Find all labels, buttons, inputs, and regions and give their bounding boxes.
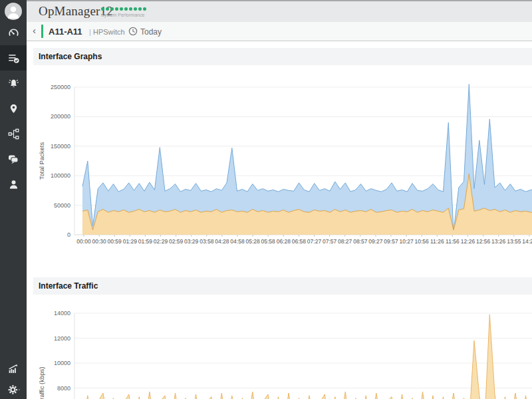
svg-text:05:58: 05:58 xyxy=(261,238,276,245)
interface-graphs-chart[interactable]: 05000010000015000020000025000000:0000:30… xyxy=(27,66,532,259)
section-header-interface-graphs: Interface Graphs xyxy=(33,48,532,65)
section-title: Interface Graphs xyxy=(33,52,102,61)
left-nav-sidebar xyxy=(0,0,27,399)
top-header-bar: OpManager12 System Performance xyxy=(27,0,532,22)
svg-text:03:29: 03:29 xyxy=(184,238,199,245)
app-subtitle: System Performance xyxy=(101,13,144,17)
svg-text:04:58: 04:58 xyxy=(230,238,245,245)
svg-text:02:59: 02:59 xyxy=(169,238,184,245)
svg-text:01:29: 01:29 xyxy=(123,238,138,245)
time-range-label[interactable]: Today xyxy=(140,27,162,37)
sidebar-item-dashboard[interactable] xyxy=(0,20,27,45)
svg-text:11:26: 11:26 xyxy=(430,238,444,245)
svg-text:02:29: 02:29 xyxy=(154,238,168,245)
settings-gear-icon xyxy=(7,384,21,396)
svg-text:12:56: 12:56 xyxy=(476,238,491,245)
svg-text:8000: 8000 xyxy=(57,385,70,392)
time-range-clock[interactable] xyxy=(128,27,138,39)
person-icon xyxy=(8,179,19,190)
user-avatar[interactable] xyxy=(5,3,22,20)
svg-text:08:57: 08:57 xyxy=(353,238,368,245)
svg-text:06:58: 06:58 xyxy=(292,238,307,245)
sidebar-item-maps[interactable] xyxy=(0,96,27,121)
device-name: A11-A11 xyxy=(49,27,82,37)
avatar-icon xyxy=(5,3,22,20)
chat-bubbles-icon xyxy=(7,154,19,165)
inventory-list-icon xyxy=(8,53,19,64)
svg-text:06:28: 06:28 xyxy=(277,238,291,245)
svg-text:05:28: 05:28 xyxy=(245,238,260,245)
svg-text:11:56: 11:56 xyxy=(446,238,460,245)
svg-text:09:57: 09:57 xyxy=(384,238,398,245)
svg-text:07:57: 07:57 xyxy=(323,238,337,245)
svg-text:50000: 50000 xyxy=(54,202,70,209)
svg-text:13:55: 13:55 xyxy=(507,238,521,245)
accent-bar xyxy=(41,25,43,38)
svg-text:01:59: 01:59 xyxy=(138,238,153,245)
svg-text:07:27: 07:27 xyxy=(307,238,322,245)
svg-text:04:28: 04:28 xyxy=(215,238,229,245)
network-topology-icon xyxy=(8,128,19,140)
svg-text:10:27: 10:27 xyxy=(399,238,414,245)
svg-text:03:58: 03:58 xyxy=(200,238,214,245)
sidebar-item-inventory[interactable] xyxy=(0,45,27,70)
alarm-bell-icon xyxy=(8,78,19,89)
svg-text:13:26: 13:26 xyxy=(491,238,506,245)
svg-text:12000: 12000 xyxy=(54,335,70,342)
breadcrumb-separator: | xyxy=(89,28,91,36)
status-dots xyxy=(101,7,146,11)
sidebar-item-settings[interactable] xyxy=(0,379,27,399)
svg-text:08:27: 08:27 xyxy=(338,238,352,245)
settings-expand-arrow-icon xyxy=(19,389,20,390)
svg-text:200000: 200000 xyxy=(51,113,70,120)
svg-text:150000: 150000 xyxy=(51,143,70,150)
svg-text:00:30: 00:30 xyxy=(92,238,106,245)
svg-text:00:59: 00:59 xyxy=(108,238,122,245)
svg-text:250000: 250000 xyxy=(51,84,70,90)
back-button[interactable]: ‹ xyxy=(30,24,39,37)
sidebar-item-network[interactable] xyxy=(0,121,27,146)
svg-text:10000: 10000 xyxy=(54,360,70,366)
svg-text:09:27: 09:27 xyxy=(368,238,383,245)
breadcrumb-bar: ‹ A11-A11 | HPSwitch Today xyxy=(27,22,532,41)
svg-text:00:00: 00:00 xyxy=(76,238,91,245)
opmanager-window: OpManager12 System Performance ‹ A11-A11… xyxy=(0,0,532,399)
sidebar-item-users[interactable] xyxy=(0,172,27,197)
section-title: Interface Traffic xyxy=(33,281,98,291)
sidebar-item-alarms[interactable] xyxy=(0,70,27,96)
sidebar-item-reports[interactable] xyxy=(0,358,27,379)
svg-text:Total Packets: Total Packets xyxy=(38,142,45,180)
clock-icon xyxy=(128,27,138,36)
section-header-interface-traffic: Interface Traffic xyxy=(33,277,532,295)
interface-traffic-chart[interactable]: 8000100001200014000Traffic (kbps) xyxy=(27,295,532,399)
device-type: HPSwitch xyxy=(93,28,125,36)
svg-text:Traffic (kbps): Traffic (kbps) xyxy=(38,367,45,399)
svg-text:14000: 14000 xyxy=(54,310,70,317)
gauge-icon xyxy=(8,27,19,39)
svg-text:0: 0 xyxy=(67,231,70,238)
svg-text:100000: 100000 xyxy=(51,172,70,179)
reports-chart-icon xyxy=(7,363,19,374)
location-pin-icon xyxy=(8,103,19,114)
sidebar-item-chat[interactable] xyxy=(0,146,27,172)
svg-text:12:26: 12:26 xyxy=(461,238,475,245)
svg-text:14:25: 14:25 xyxy=(522,238,532,245)
svg-text:10:56: 10:56 xyxy=(415,238,430,245)
